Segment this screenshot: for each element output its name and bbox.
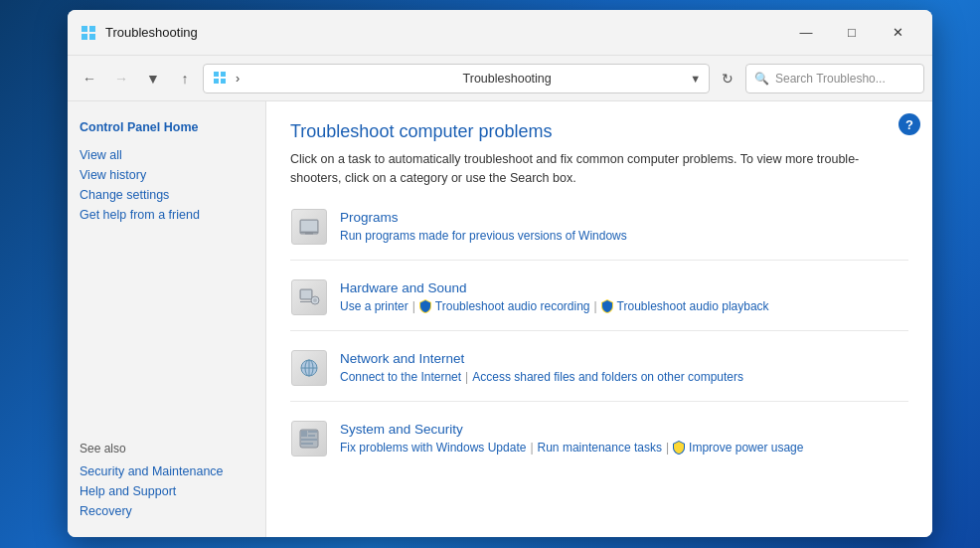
help-support-link[interactable]: Help and Support [80, 481, 253, 501]
address-bar: ← → ▼ ↑ › Troubleshooting ▼ ↻ 🔍 Search T… [68, 56, 932, 101]
window-controls: — □ ✕ [783, 17, 920, 49]
view-all-link[interactable]: View all [80, 145, 253, 165]
back-button[interactable]: ← [76, 65, 103, 92]
svg-rect-4 [214, 72, 219, 77]
see-also-section: See also Security and Maintenance Help a… [80, 442, 253, 521]
maximize-button[interactable]: □ [829, 17, 875, 49]
svg-rect-13 [301, 290, 311, 298]
svg-rect-26 [301, 443, 313, 445]
window-icon [80, 24, 97, 42]
main-window: Troubleshooting — □ ✕ ← → ▼ ↑ › Troubles… [68, 10, 932, 537]
address-input[interactable]: › Troubleshooting ▼ [203, 64, 710, 93]
separator-1: | [412, 299, 415, 313]
svg-rect-16 [300, 301, 312, 302]
recovery-link[interactable]: Recovery [80, 501, 253, 521]
svg-rect-9 [301, 221, 317, 231]
svg-rect-23 [308, 431, 317, 433]
security-maintenance-link[interactable]: Security and Maintenance [80, 461, 253, 481]
svg-rect-25 [301, 439, 317, 441]
hardware-link-2[interactable]: Troubleshoot audio playback [617, 299, 769, 313]
programs-icon [290, 208, 328, 246]
security-icon [290, 420, 328, 457]
hardware-icon [290, 278, 328, 316]
network-icon [290, 349, 328, 387]
hardware-info: Hardware and Sound Use a printer | Troub… [340, 278, 908, 313]
svg-rect-7 [221, 79, 226, 84]
separator-5: | [666, 441, 669, 455]
programs-title[interactable]: Programs [340, 210, 399, 225]
get-help-link[interactable]: Get help from a friend [80, 205, 253, 225]
shield-yellow-icon [673, 441, 685, 455]
svg-rect-0 [82, 26, 87, 32]
svg-rect-24 [308, 435, 315, 437]
hardware-title[interactable]: Hardware and Sound [340, 280, 467, 295]
network-links: Connect to the Internet | Access shared … [340, 370, 908, 384]
window-title: Troubleshooting [105, 25, 783, 40]
search-box[interactable]: 🔍 Search Troublesho... [745, 64, 924, 93]
network-item: Network and Internet Connect to the Inte… [290, 349, 908, 402]
help-button[interactable]: ? [898, 113, 920, 135]
page-description: Click on a task to automatically trouble… [290, 150, 908, 188]
security-title[interactable]: System and Security [340, 422, 463, 437]
shield-blue-icon-2 [601, 299, 613, 313]
svg-rect-5 [221, 72, 226, 77]
forward-button[interactable]: → [107, 65, 135, 92]
address-dropdown-icon: ▼ [690, 73, 701, 85]
content-area: ? Troubleshoot computer problems Click o… [266, 101, 932, 537]
security-link-1[interactable]: Run maintenance tasks [538, 441, 662, 455]
svg-rect-1 [89, 26, 95, 32]
security-item: System and Security Fix problems with Wi… [290, 420, 908, 471]
control-panel-home-link[interactable]: Control Panel Home [80, 117, 253, 137]
programs-info: Programs Run programs made for previous … [340, 208, 908, 243]
network-title[interactable]: Network and Internet [340, 351, 464, 366]
svg-rect-10 [300, 232, 318, 233]
separator-4: | [530, 441, 533, 455]
shield-blue-icon-1 [419, 299, 431, 313]
network-link-1[interactable]: Access shared files and folders on other… [472, 370, 743, 384]
view-history-link[interactable]: View history [80, 165, 253, 185]
network-info: Network and Internet Connect to the Inte… [340, 349, 908, 384]
svg-rect-11 [305, 233, 313, 235]
hardware-item: Hardware and Sound Use a printer | Troub… [290, 278, 908, 331]
close-button[interactable]: ✕ [875, 17, 920, 49]
search-placeholder: Search Troublesho... [775, 72, 886, 86]
hardware-link-1[interactable]: Troubleshoot audio recording [435, 299, 590, 313]
svg-rect-3 [89, 34, 95, 40]
programs-links: Run programs made for previous versions … [340, 229, 908, 243]
programs-item: Programs Run programs made for previous … [290, 208, 908, 261]
up-button[interactable]: ↑ [171, 65, 199, 92]
search-icon: 🔍 [754, 72, 769, 86]
network-link-0[interactable]: Connect to the Internet [340, 370, 461, 384]
separator-3: | [465, 370, 468, 384]
svg-point-15 [313, 298, 317, 302]
security-link-2[interactable]: Improve power usage [689, 441, 803, 455]
minimize-button[interactable]: — [783, 17, 829, 49]
see-also-label: See also [80, 442, 253, 456]
sidebar: Control Panel Home View all View history… [68, 101, 266, 537]
hardware-links: Use a printer | Troubleshoot audio recor… [340, 299, 908, 313]
security-info: System and Security Fix problems with Wi… [340, 420, 908, 455]
programs-link-0[interactable]: Run programs made for previous versions … [340, 229, 627, 243]
security-link-0[interactable]: Fix problems with Windows Update [340, 441, 526, 455]
svg-rect-22 [301, 431, 307, 437]
refresh-button[interactable]: ↻ [714, 65, 741, 92]
change-settings-link[interactable]: Change settings [80, 185, 253, 205]
title-bar: Troubleshooting — □ ✕ [68, 10, 932, 56]
address-path: › [236, 72, 457, 86]
page-title: Troubleshoot computer problems [290, 121, 908, 142]
address-text: Troubleshooting [463, 72, 685, 86]
main-layout: Control Panel Home View all View history… [68, 101, 932, 537]
security-links: Fix problems with Windows Update | Run m… [340, 441, 908, 455]
svg-rect-6 [214, 79, 219, 84]
recent-pages-button[interactable]: ▼ [139, 65, 167, 92]
separator-2: | [593, 299, 596, 313]
address-icon [212, 70, 230, 88]
svg-rect-2 [82, 34, 87, 40]
hardware-link-0[interactable]: Use a printer [340, 299, 408, 313]
